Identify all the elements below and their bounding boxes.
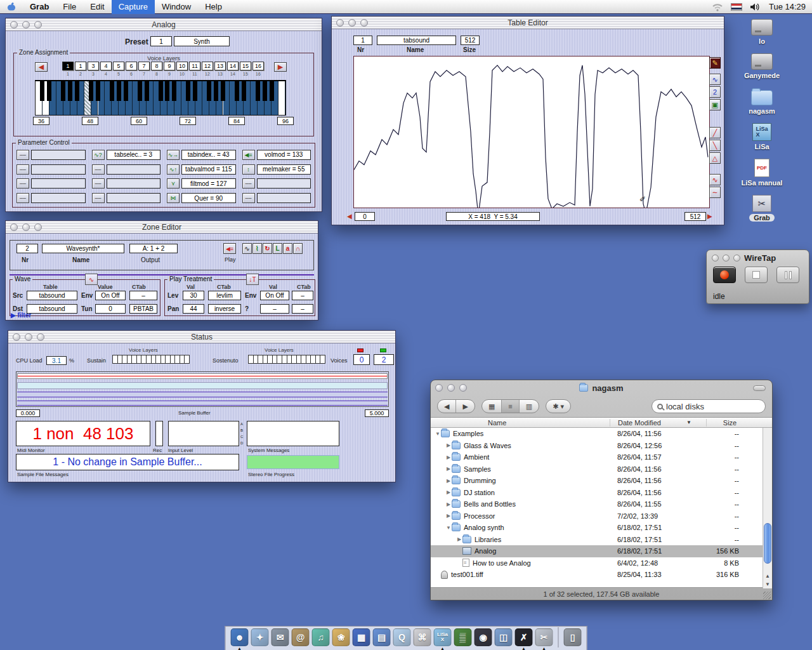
piano-black-key[interactable]	[68, 81, 72, 101]
close-button[interactable]	[435, 384, 443, 392]
table-row[interactable]: ▼Examples8/26/04, 11:56--	[431, 428, 772, 440]
table-row[interactable]: How to use Analog6/4/02, 12:488 KB	[431, 557, 772, 569]
minimize-button[interactable]	[22, 21, 30, 29]
desktop-icon-grab[interactable]: ✂Grab	[749, 195, 775, 222]
menu-item-help[interactable]: Help	[198, 0, 229, 14]
dash-icon[interactable]: ––	[242, 193, 255, 203]
list-view-button[interactable]: ≡	[501, 400, 518, 413]
wiretap-titlebar[interactable]: WireTap	[707, 250, 809, 263]
range-start-field[interactable]: 0	[355, 212, 375, 221]
size-column-header[interactable]: Size	[706, 419, 753, 427]
param-field[interactable]: volmod = 133	[257, 150, 311, 160]
lock-button[interactable]: a	[283, 243, 292, 254]
minimize-button[interactable]	[25, 333, 32, 341]
loop-button[interactable]: ↻	[263, 243, 272, 254]
volume-icon[interactable]	[750, 3, 761, 11]
table-row[interactable]: ▶Bells and Bottles8/26/04, 11:55--	[431, 498, 772, 510]
table-row[interactable]: ▶DJ station8/26/04, 11:56--	[431, 487, 772, 499]
dash-icon[interactable]: ––	[92, 178, 105, 189]
pt-val-field[interactable]: 30	[183, 291, 204, 300]
close-button[interactable]	[10, 21, 18, 29]
piano-black-key[interactable]	[186, 81, 190, 101]
piano-black-key[interactable]	[40, 81, 44, 101]
table-row[interactable]: test001.tiff8/25/04, 11:33316 KB	[431, 569, 772, 581]
piano-key[interactable]	[278, 81, 285, 115]
disclosure-triangle[interactable]: ▶	[445, 513, 452, 519]
param-field[interactable]	[31, 164, 86, 175]
disclosure-triangle[interactable]: ▶	[445, 466, 452, 472]
wave-ctab-field[interactable]: –	[129, 291, 157, 300]
close-button[interactable]	[10, 223, 18, 231]
dash-icon[interactable]: ––	[16, 164, 29, 175]
pt-ctab2-field[interactable]: –	[292, 291, 313, 300]
pt-ctab-field[interactable]: levlim	[208, 291, 241, 300]
desktop-icon-lisa[interactable]: LiSaXLiSa	[752, 123, 771, 150]
ramp-down-tool[interactable]: ╲	[709, 140, 721, 151]
disclosure-triangle[interactable]: ▼	[435, 431, 441, 437]
smooth-tool[interactable]: ∼	[709, 187, 721, 198]
wave-index-icon[interactable]: ∿→	[167, 150, 180, 160]
minimize-button[interactable]	[723, 255, 730, 262]
dock-icon-trash[interactable]: ▯	[564, 628, 582, 646]
wave-header-icon[interactable]: ∿	[85, 274, 98, 285]
wavetable-canvas[interactable]: ✐	[353, 56, 710, 208]
param-field[interactable]	[107, 164, 161, 175]
piano-black-key[interactable]	[47, 81, 51, 101]
dock-icon-iphoto[interactable]: ❀	[332, 628, 350, 646]
piano-black-key[interactable]	[172, 81, 176, 101]
wave-value-field[interactable]: 0	[95, 304, 126, 314]
menu-item-file[interactable]: File	[56, 0, 83, 14]
dock-icon-toast[interactable]: ◫	[495, 628, 513, 646]
pencil-tool[interactable]: ✎	[709, 57, 721, 69]
zoom-button[interactable]	[37, 333, 44, 341]
scrollbar-thumb[interactable]	[764, 523, 771, 564]
dock-icon-system-profiler[interactable]: ⌘	[414, 628, 431, 646]
wave-table-field[interactable]: tabsound	[27, 304, 77, 314]
preset-name-field[interactable]: Synth	[174, 36, 230, 46]
table-nr-field[interactable]: 1	[353, 36, 372, 45]
dock-icon-address-book[interactable]: @	[292, 628, 310, 646]
piano-black-key[interactable]	[263, 81, 267, 101]
wave-select-icon[interactable]: ∿?	[92, 150, 105, 160]
zone-layer-button-10[interactable]: 10	[176, 62, 188, 70]
piano-black-key[interactable]	[193, 81, 197, 101]
dash-icon[interactable]: ––	[242, 178, 255, 189]
zone-layer-button-3[interactable]: 3	[88, 62, 99, 70]
table-row[interactable]: ▶Ambient8/26/04, 11:57--	[431, 451, 772, 463]
zone-editor-titlebar[interactable]: Zone Editor	[6, 221, 318, 234]
dash-icon[interactable]: ––	[16, 193, 29, 203]
disclosure-triangle[interactable]: ▶	[456, 536, 462, 542]
keyboard-zone-display[interactable]	[35, 80, 286, 116]
dock-icon-finder[interactable]: ☻▲	[231, 628, 249, 646]
zone-layer-button-15[interactable]: 15	[240, 62, 251, 70]
zone-layer-button-14[interactable]: 14	[227, 62, 239, 70]
wifi-icon[interactable]	[712, 3, 723, 11]
table-row[interactable]: ▶Drumming8/26/04, 11:56--	[431, 475, 772, 487]
param-field[interactable]: tabindex.. = 43	[181, 150, 236, 160]
wave-ctab-field[interactable]: PBTAB	[129, 304, 157, 314]
param-field[interactable]: filtmod = 127	[181, 178, 236, 189]
param-field[interactable]	[107, 178, 161, 189]
disclosure-triangle[interactable]: ▼	[445, 525, 452, 531]
piano-black-key[interactable]	[89, 81, 93, 101]
piano-black-key[interactable]	[159, 81, 163, 101]
piano-black-key[interactable]	[221, 81, 225, 101]
zone-layer-button-13[interactable]: 13	[214, 62, 226, 70]
toolbar-toggle-button[interactable]	[753, 385, 766, 391]
param-field[interactable]	[31, 193, 86, 203]
zone-layer-button-2[interactable]: 1	[75, 62, 86, 70]
zone-layer-button-12[interactable]: 12	[202, 62, 213, 70]
close-button[interactable]	[13, 333, 20, 341]
disclosure-triangle[interactable]: ▶	[445, 489, 452, 495]
action-menu[interactable]: ✱ ▾	[546, 399, 571, 413]
disclosure-triangle[interactable]: ▶	[445, 442, 452, 448]
dock-icon-imovie[interactable]: ▦	[353, 628, 370, 646]
zone-next-button[interactable]: ▶	[274, 62, 287, 72]
menu-item-capture[interactable]: Capture	[112, 0, 155, 14]
wave-value-icon[interactable]: ∿↑	[167, 164, 180, 175]
apple-menu[interactable]	[0, 0, 23, 14]
wave-view-button[interactable]: ∿	[242, 243, 252, 254]
zone-layer-button-7[interactable]: 7	[138, 62, 150, 70]
param-field[interactable]	[257, 193, 311, 203]
dock-icon-imovie-hd[interactable]: ▤	[373, 628, 391, 646]
